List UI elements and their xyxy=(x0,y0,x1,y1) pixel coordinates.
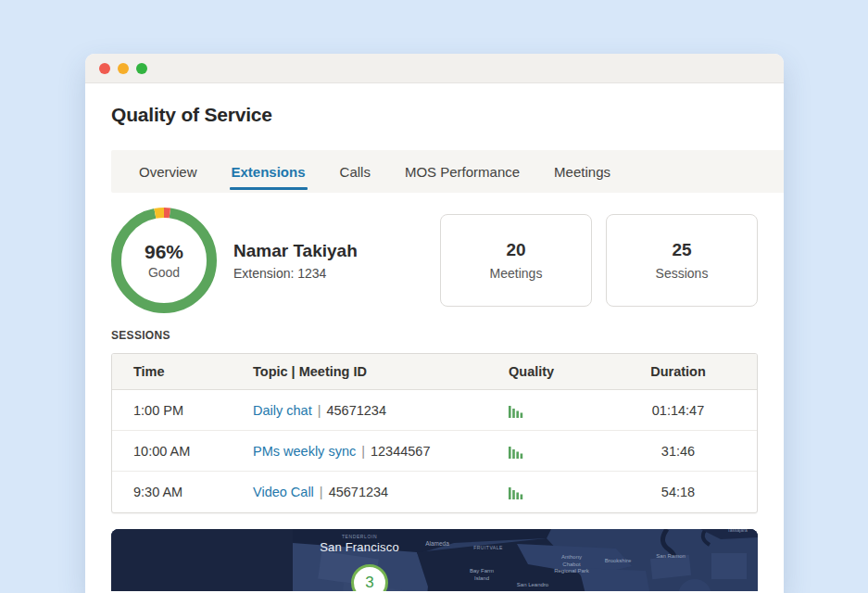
quality-status: Good xyxy=(148,265,180,280)
session-topic-cell: PMs weekly sync|12344567 xyxy=(253,444,470,459)
column-header-duration: Duration xyxy=(599,364,757,379)
tab-meetings[interactable]: Meetings xyxy=(554,150,610,193)
table-row[interactable]: 9:30 AM Video Call|45671234 54:18 xyxy=(112,472,757,512)
session-duration: 01:14:47 xyxy=(599,403,757,418)
app-window: Quality of Service Overview Extensions C… xyxy=(85,54,784,593)
session-time: 10:00 AM xyxy=(112,444,253,459)
tab-calls[interactable]: Calls xyxy=(340,150,371,193)
column-header-topic: Topic | Meeting ID xyxy=(253,364,470,379)
quality-signal-bars-icon xyxy=(509,405,524,418)
topic-link[interactable]: PMs weekly sync xyxy=(253,444,356,459)
sessions-table: Time Topic | Meeting ID Quality Duration… xyxy=(111,353,758,513)
user-name: Namar Takiyah xyxy=(233,241,358,261)
donut-center-text: 96% Good xyxy=(111,208,217,313)
user-extension: Extension: 1234 xyxy=(233,266,358,281)
table-header-row: Time Topic | Meeting ID Quality Duration xyxy=(112,354,757,390)
main-content: Quality of Service Overview Extensions C… xyxy=(85,83,784,591)
pipe-separator: | xyxy=(318,403,321,418)
page-title: Quality of Service xyxy=(111,83,758,126)
meetings-count: 20 xyxy=(506,240,525,260)
minimize-window-button[interactable] xyxy=(118,63,129,74)
session-time: 1:00 PM xyxy=(112,403,253,418)
window-titlebar xyxy=(85,54,784,83)
meeting-id: 45671234 xyxy=(326,403,386,418)
topic-link[interactable]: Daily chat xyxy=(253,403,312,418)
pipe-separator: | xyxy=(361,444,365,459)
sessions-stat-card: 25 Sessions xyxy=(606,214,758,307)
column-header-quality: Quality xyxy=(470,364,599,379)
quality-signal-bars-icon xyxy=(509,446,524,459)
table-row[interactable]: 10:00 AM PMs weekly sync|12344567 31:46 xyxy=(112,431,757,472)
locations-map[interactable]: TENDERLOIN San Francisco Alameda FRUITVA… xyxy=(111,529,758,591)
meetings-stat-card: 20 Meetings xyxy=(440,214,592,307)
sessions-section-title: SESSIONS xyxy=(111,329,758,342)
map-basemap xyxy=(111,529,758,591)
column-header-time: Time xyxy=(112,364,253,379)
meeting-id: 45671234 xyxy=(329,485,389,499)
session-duration: 31:46 xyxy=(599,444,757,459)
tab-bar: Overview Extensions Calls MOS Performanc… xyxy=(111,150,784,193)
table-row[interactable]: 1:00 PM Daily chat|45671234 01:14:47 xyxy=(112,390,757,431)
session-topic-cell: Daily chat|45671234 xyxy=(253,403,470,418)
user-info: Namar Takiyah Extension: 1234 xyxy=(233,241,358,281)
topic-link[interactable]: Video Call xyxy=(253,485,314,499)
tab-overview[interactable]: Overview xyxy=(139,150,197,193)
session-duration: 54:18 xyxy=(599,485,757,499)
quality-percent: 96% xyxy=(145,241,183,263)
sessions-count: 25 xyxy=(672,240,691,260)
session-topic-cell: Video Call|45671234 xyxy=(253,485,470,499)
quality-signal-bars-icon xyxy=(509,486,524,499)
close-window-button[interactable] xyxy=(99,63,110,74)
meeting-id: 12344567 xyxy=(371,444,431,459)
meetings-label: Meetings xyxy=(490,266,543,281)
sessions-label: Sessions xyxy=(656,266,709,281)
session-time: 9:30 AM xyxy=(112,485,253,499)
quality-donut-chart: 96% Good xyxy=(111,208,217,313)
summary-section: 96% Good Namar Takiyah Extension: 1234 2… xyxy=(111,208,758,313)
maximize-window-button[interactable] xyxy=(136,63,147,74)
pipe-separator: | xyxy=(320,485,323,499)
tab-extensions[interactable]: Extensions xyxy=(232,150,306,193)
tab-mos-performance[interactable]: MOS Performance xyxy=(405,150,520,193)
